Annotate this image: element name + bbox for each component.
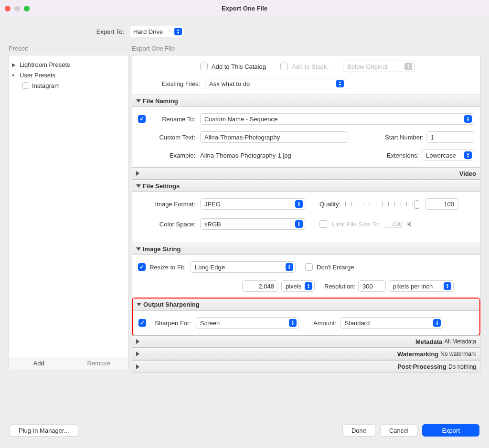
rename-to-checkbox[interactable]: ✓ <box>138 115 146 123</box>
chevron-updown-icon: ▲▼ <box>295 200 303 208</box>
section-title: Video <box>459 170 476 177</box>
start-number-label: Start Number: <box>385 134 426 141</box>
preset-item-label: Instagram <box>32 82 60 89</box>
section-video-header[interactable]: Video <box>132 167 480 180</box>
add-catalog-checkbox[interactable] <box>200 63 208 70</box>
export-button[interactable]: Export <box>422 424 479 437</box>
window-controls <box>5 6 30 11</box>
rename-to-select[interactable]: Custom Name - Sequence ▲▼ <box>200 113 474 125</box>
close-icon[interactable] <box>5 6 11 11</box>
add-stack-label: Add to Stack: <box>292 63 329 70</box>
chevron-updown-icon: ▲▼ <box>174 28 182 35</box>
quality-slider[interactable] <box>345 199 419 209</box>
section-file-naming-header[interactable]: File Naming <box>132 95 480 107</box>
preset-checkbox[interactable] <box>22 82 29 89</box>
limit-size-checkbox[interactable] <box>319 220 327 228</box>
image-format-value: JPEG <box>204 201 292 208</box>
chevron-updown-icon: ▲▼ <box>464 115 472 123</box>
section-output-sharpening-header[interactable]: Output Sharpening <box>133 299 479 311</box>
slider-thumb[interactable] <box>415 200 419 209</box>
resize-fit-select[interactable]: Long Edge ▲▼ <box>191 261 296 273</box>
resolution-unit-select[interactable]: pixels per inch ▲▼ <box>389 280 454 292</box>
sharpen-for-value: Screen <box>200 320 286 327</box>
preset-group-label: Lightroom Presets <box>20 61 70 68</box>
sharpen-amount-label: Amount: <box>313 320 340 327</box>
custom-text-label: Custom Text: <box>138 134 200 141</box>
chevron-down-icon <box>136 247 141 251</box>
quality-label: Quality: <box>319 201 345 208</box>
section-title: Image Sizing <box>143 245 181 253</box>
color-space-select[interactable]: sRGB ▲▼ <box>200 218 305 230</box>
color-space-label: Color Space: <box>138 221 200 228</box>
preset-heading: Preset: <box>9 42 129 55</box>
quality-input[interactable]: 100 <box>425 198 458 210</box>
dimension-value: 2,048 <box>258 283 274 290</box>
add-catalog-label: Add to This Catalog <box>212 63 266 70</box>
chevron-updown-icon: ▲▼ <box>305 282 312 290</box>
existing-files-select[interactable]: Ask what to do ▲▼ <box>205 78 346 89</box>
add-stack-checkbox <box>280 63 288 70</box>
cancel-button[interactable]: Cancel <box>380 424 417 437</box>
chevron-right-icon: ▶ <box>12 62 17 67</box>
chevron-updown-icon: ▲▼ <box>433 319 441 327</box>
dimension-unit-value: pixels <box>286 283 302 290</box>
resize-fit-label: Resize to Fit: <box>145 264 191 271</box>
maximize-icon[interactable] <box>24 6 30 11</box>
preset-column: Preset: ▶ Lightroom Presets ▾ User Prese… <box>9 42 129 370</box>
preset-remove-button[interactable]: Remove <box>69 357 129 370</box>
start-number-input[interactable]: 1 <box>426 131 474 143</box>
window-title: Export One File <box>222 5 267 12</box>
section-image-sizing: ✓ Resize to Fit: Long Edge ▲▼ Don't Enla… <box>132 255 480 298</box>
export-to-label: Export To: <box>0 28 129 35</box>
chevron-right-icon <box>136 364 395 369</box>
section-title: Watermarking <box>397 351 438 358</box>
rename-to-value: Custom Name - Sequence <box>204 116 461 123</box>
chevron-updown-icon: ▲▼ <box>444 282 451 290</box>
dialog-footer: Plug-in Manager... Done Cancel Export <box>0 416 489 448</box>
section-image-sizing-header[interactable]: Image Sizing <box>132 243 480 255</box>
resolution-unit-value: pixels per inch <box>393 283 441 290</box>
dimension-input[interactable]: 2,048 <box>242 280 278 292</box>
section-metadata-header[interactable]: Metadata All Metadata <box>132 335 480 348</box>
extensions-select[interactable]: Lowercase ▲▼ <box>422 149 474 161</box>
settings-heading: Export One File <box>132 42 480 55</box>
extensions-label: Extensions: <box>387 152 422 159</box>
sharpen-for-select[interactable]: Screen ▲▼ <box>196 317 299 329</box>
dimension-unit-select[interactable]: pixels ▲▼ <box>281 280 315 292</box>
limit-size-value: 100 <box>383 220 403 228</box>
example-value: Alina-Thomas-Photography-1.jpg <box>200 152 291 159</box>
section-postprocessing-header[interactable]: Post-Processing Do nothing <box>132 360 480 373</box>
export-to-select[interactable]: Hard Drive ▲▼ <box>129 26 184 37</box>
limit-size-label: Limit File Size To: <box>329 221 383 228</box>
section-file-settings: Image Format: JPEG ▲▼ Quality: 100 C <box>132 192 480 243</box>
section-summary: All Metadata <box>444 338 476 345</box>
resolution-label: Resolution: <box>324 283 358 290</box>
chevron-updown-icon: ▲▼ <box>289 319 297 327</box>
chevron-updown-icon: ▲▼ <box>286 263 293 271</box>
minimize-icon[interactable] <box>14 6 20 11</box>
dont-enlarge-checkbox[interactable] <box>305 263 313 271</box>
settings-panel: Add to This Catalog Add to Stack: Below … <box>132 55 480 373</box>
chevron-right-icon <box>136 352 395 356</box>
color-space-value: sRGB <box>204 221 292 228</box>
chevron-updown-icon: ▲▼ <box>404 63 412 70</box>
preset-item-instagram[interactable]: Instagram <box>12 80 126 91</box>
section-watermarking-header[interactable]: Watermarking No watermark <box>132 348 480 360</box>
image-format-select[interactable]: JPEG ▲▼ <box>200 198 305 210</box>
existing-files-label: Existing Files: <box>138 80 205 87</box>
example-label: Example: <box>138 152 200 159</box>
plugin-manager-button[interactable]: Plug-in Manager... <box>10 424 78 437</box>
preset-group-user[interactable]: ▾ User Presets <box>12 70 126 80</box>
section-file-settings-header[interactable]: File Settings <box>132 180 480 192</box>
chevron-right-icon <box>136 171 457 176</box>
custom-text-input[interactable]: Alina-Thomas-Photography <box>200 131 348 143</box>
chevron-updown-icon: ▲▼ <box>336 80 344 87</box>
extensions-value: Lowercase <box>426 152 461 159</box>
preset-group-label: User Presets <box>20 72 55 79</box>
preset-add-button[interactable]: Add <box>9 357 69 370</box>
resolution-input[interactable]: 300 <box>358 280 386 292</box>
section-title: File Settings <box>143 182 180 190</box>
sharpen-amount-select[interactable]: Standard ▲▼ <box>340 317 443 329</box>
preset-group-lightroom[interactable]: ▶ Lightroom Presets <box>12 59 126 70</box>
done-button[interactable]: Done <box>342 424 375 437</box>
